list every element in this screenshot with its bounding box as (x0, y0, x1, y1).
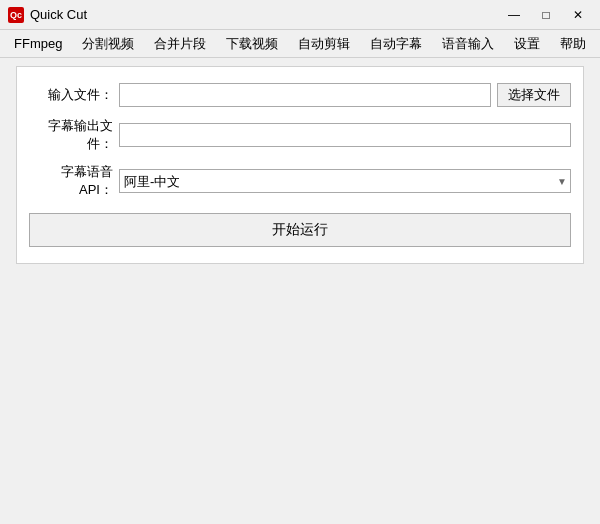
run-button[interactable]: 开始运行 (29, 213, 571, 247)
api-row: 字幕语音 API： 阿里-中文阿里-英文百度-中文百度-英文 ▼ (29, 163, 571, 199)
menu-item-auto-cut[interactable]: 自动剪辑 (288, 31, 360, 57)
browse-button[interactable]: 选择文件 (497, 83, 571, 107)
minimize-button[interactable]: — (500, 4, 528, 26)
input-file-row: 输入文件： 选择文件 (29, 83, 571, 107)
menu-bar: FFmpeg 分割视频 合并片段 下载视频 自动剪辑 自动字幕 语音输入 设置 … (0, 30, 600, 58)
input-file-label: 输入文件： (29, 86, 119, 104)
title-bar-left: Qc Quick Cut (8, 7, 87, 23)
input-file-field[interactable] (119, 83, 491, 107)
title-bar: Qc Quick Cut — □ ✕ (0, 0, 600, 30)
output-file-field[interactable] (119, 123, 571, 147)
menu-item-help[interactable]: 帮助 (550, 31, 596, 57)
title-controls: — □ ✕ (500, 4, 592, 26)
menu-item-merge-clips[interactable]: 合并片段 (144, 31, 216, 57)
close-button[interactable]: ✕ (564, 4, 592, 26)
content-area: 输入文件： 选择文件 字幕输出文件： 字幕语音 API： 阿里-中文阿里-英文百… (0, 66, 600, 264)
menu-item-settings[interactable]: 设置 (504, 31, 550, 57)
output-file-row: 字幕输出文件： (29, 117, 571, 153)
api-select[interactable]: 阿里-中文阿里-英文百度-中文百度-英文 (119, 169, 571, 193)
app-title: Quick Cut (30, 7, 87, 22)
output-file-label: 字幕输出文件： (29, 117, 119, 153)
menu-item-ffmpeg[interactable]: FFmpeg (4, 32, 72, 55)
menu-item-download-video[interactable]: 下载视频 (216, 31, 288, 57)
run-button-row: 开始运行 (29, 213, 571, 247)
maximize-button[interactable]: □ (532, 4, 560, 26)
menu-item-voice-input[interactable]: 语音输入 (432, 31, 504, 57)
menu-item-auto-subtitle[interactable]: 自动字幕 (360, 31, 432, 57)
menu-item-split-video[interactable]: 分割视频 (72, 31, 144, 57)
api-select-wrapper: 阿里-中文阿里-英文百度-中文百度-英文 ▼ (119, 169, 571, 193)
main-panel: 输入文件： 选择文件 字幕输出文件： 字幕语音 API： 阿里-中文阿里-英文百… (16, 66, 584, 264)
api-label: 字幕语音 API： (29, 163, 119, 199)
app-icon: Qc (8, 7, 24, 23)
